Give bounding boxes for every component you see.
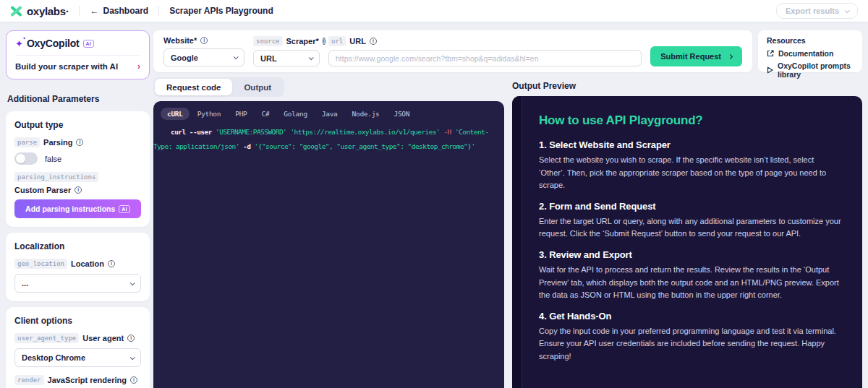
output-type-title: Output type [14,120,141,130]
oxycopilot-card[interactable]: ✦✦ OxyCopilot AI Build your scraper with… [6,30,150,79]
step-1-body: Select the website you wish to scrape. I… [539,154,841,192]
parse-param-badge: parse [14,137,40,147]
documentation-label: Documentation [778,49,833,58]
scraper-select-value: URL [260,54,277,63]
website-label: Website* [163,36,197,45]
info-icon[interactable]: i [370,38,377,45]
code-token: '{"source": "google", "user_agent_type":… [255,142,475,150]
add-parsing-instructions-button[interactable]: Add parsing instructions AI [14,199,141,218]
code-token: -d [239,142,255,150]
top-bar: oxylabs ← Dashboard Scraper APIs Playgro… [0,0,868,22]
info-icon[interactable]: i [76,139,83,146]
step-1-title: 1. Select Website and Scraper [539,139,841,150]
step-4-title: 4. Get Hands-On [539,311,841,322]
location-select[interactable]: ... [14,274,141,293]
step-4-body: Copy the input code in your preferred pr… [539,325,841,363]
user-agent-label: User agent [82,334,124,342]
info-icon[interactable]: i [75,186,82,194]
export-results-button[interactable]: Export results [776,3,858,19]
back-label: Dashboard [103,6,148,16]
sidebar: ✦✦ OxyCopilot AI Build your scraper with… [6,30,150,388]
chevron-down-icon [130,355,135,360]
back-to-dashboard-link[interactable]: ← Dashboard [90,6,148,16]
request-output-tabs: Request code Output [153,77,284,97]
curl-code-snippet[interactable]: curl --user 'USERNAME:PASSWORD' 'https:/… [153,118,488,150]
scrollbar-track[interactable] [512,96,522,388]
documentation-link[interactable]: Documentation [767,49,854,58]
chevron-down-icon [130,280,135,285]
javascript-rendering-label: JavaScript rendering [48,376,127,384]
output-type-card: Output type parse Parsing i false parsin… [6,111,150,227]
request-code-panel: cURL Python PHP C# Golang Java Node.js J… [153,101,504,388]
prompts-library-label: OxyCopilot prompts library [778,61,854,79]
url-label: URL [349,37,366,46]
output-preview-panel: How to use API Playground? 1. Select Web… [512,96,862,388]
source-param-badge: source [253,36,283,46]
info-icon[interactable]: i [200,37,208,44]
code-token: -H [443,128,451,136]
step-3-title: 3. Review and Export [539,249,841,260]
output-preview-label: Output Preview [512,81,576,91]
resources-card: Resources Documentation OxyCopilot promp… [758,30,862,72]
resources-title: Resources [767,36,854,45]
tab-output[interactable]: Output [232,79,283,95]
step-1: 1. Select Website and Scraper Select the… [539,139,841,192]
url-param-badge: url [328,36,346,46]
chevron-right-icon: › [137,61,140,72]
step-3-body: Wait for the API to process and return t… [539,264,841,302]
oxycopilot-title: OxyCopilot [27,38,80,49]
parsing-label: Parsing [43,138,72,147]
additional-parameters-heading: Additional Parameters [7,94,150,104]
back-arrow-icon: ← [90,6,98,16]
chevron-down-icon [309,55,314,60]
oxylabs-x-icon [10,6,22,17]
divider [158,6,159,16]
code-token: 'https://realtime.oxylabs.io/v1/queries' [290,128,440,136]
user-agent-select-value: Desktop Chrome [22,353,85,362]
oxylabs-logo[interactable]: oxylabs [10,5,69,17]
user-agent-select[interactable]: Desktop Chrome [14,348,141,367]
ai-badge: AI [83,40,95,48]
parsing-instructions-param-badge: parsing_instructions [14,172,98,182]
step-3: 3. Review and Export Wait for the API to… [539,249,841,302]
user-agent-type-param-badge: user_agent_type [14,333,79,343]
location-label: Location [71,259,104,268]
submit-request-button[interactable]: Submit Request [650,46,742,66]
info-icon[interactable]: i [108,260,115,267]
custom-parser-label: Custom Parser [14,186,71,194]
chevron-down-icon [234,54,239,59]
code-token: curl --user [171,128,216,136]
page-title: Scraper APIs Playground [169,6,273,16]
parsing-toggle[interactable] [14,152,38,165]
parsing-toggle-value: false [45,155,61,163]
tab-request-code[interactable]: Request code [155,79,232,95]
step-2-body: Enter the target URL or query, along wit… [539,215,841,241]
info-icon[interactable]: i [323,38,326,45]
info-icon[interactable]: i [127,335,135,342]
location-select-value: ... [22,279,28,288]
website-select-value: Google [171,53,198,62]
external-link-icon [767,50,774,57]
add-parsing-instructions-label: Add parsing instructions [25,204,115,213]
render-param-badge: render [14,375,44,385]
oxycopilot-subtitle: Build your scraper with AI [15,62,118,71]
submit-request-label: Submit Request [660,52,721,61]
website-select[interactable]: Google [163,48,244,66]
chevron-down-icon [845,8,850,13]
scraper-select[interactable]: URL [253,50,320,66]
step-2-title: 2. Form and Send Request [539,201,841,212]
oxycopilot-prompts-library-link[interactable]: OxyCopilot prompts library [767,61,854,79]
step-2: 2. Form and Send Request Enter the targe… [539,201,841,241]
client-options-title: Client options [14,316,141,326]
export-results-label: Export results [786,7,839,15]
brand-name: oxylabs [27,5,69,17]
info-icon[interactable]: i [130,376,137,384]
ai-badge: AI [119,205,130,213]
localization-card: Localization geo_location Location i ... [6,233,150,301]
localization-title: Localization [14,241,141,251]
geo-location-param-badge: geo_location [14,259,67,269]
scraper-label: Scraper* [286,37,319,46]
sparkle-icon: ✦✦ [15,39,23,48]
divider [79,6,80,16]
url-input[interactable] [328,50,642,66]
